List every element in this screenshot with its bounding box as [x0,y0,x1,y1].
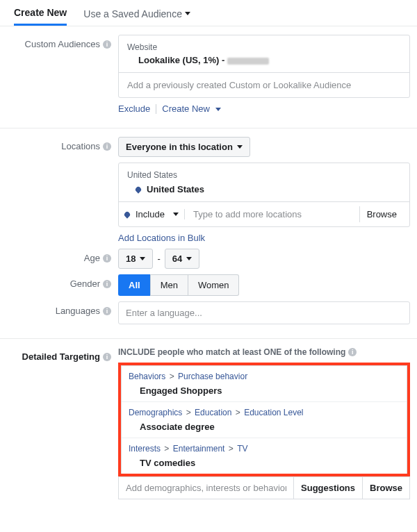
add-audience-input[interactable]: Add a previously created Custom or Looka… [119,73,409,97]
targeting-item[interactable]: TV comedies [129,458,400,468]
age-max-value: 64 [172,253,182,264]
info-icon[interactable]: i [103,353,111,361]
location-country-item[interactable]: United States [147,184,204,194]
include-toggle[interactable]: Include [124,209,185,219]
create-new-link[interactable]: Create New [162,103,220,114]
lookalike-audience[interactable]: Lookalike (US, 1%) - [138,55,224,65]
caret-down-icon [215,108,221,111]
targeting-breadcrumb[interactable]: Interests > Entertainment > TV [129,444,400,454]
detailed-targeting-label: Detailed Targeting [22,351,100,362]
gender-label: Gender [70,279,100,289]
location-scope-label: Everyone in this location [126,142,233,152]
exclude-link[interactable]: Exclude [118,103,150,114]
create-new-label: Create New [162,103,210,114]
caret-down-icon [237,145,243,149]
caret-down-icon [185,12,190,15]
browse-targeting-button[interactable]: Browse [362,477,409,499]
redacted-text [227,58,269,65]
age-min-value: 18 [126,253,136,264]
gender-all-button[interactable]: All [118,274,150,296]
pin-icon [134,185,142,193]
info-icon[interactable]: i [103,142,111,151]
tab-saved-label: Use a Saved Audience [83,8,182,19]
info-icon[interactable]: i [103,307,111,315]
targeting-breadcrumb[interactable]: Demographics > Education > Education Lev… [129,408,400,417]
languages-label: Languages [56,306,100,316]
add-locations-bulk-link[interactable]: Add Locations in Bulk [118,233,205,243]
detailed-targeting-input[interactable] [119,477,293,499]
targeting-item[interactable]: Engaged Shoppers [129,385,400,396]
include-label: Include [136,209,165,219]
caret-down-icon [140,257,145,260]
gender-women-button[interactable]: Women [188,274,240,296]
languages-input[interactable] [118,301,410,324]
highlight-box: Behaviors > Purchase behaviorEngaged Sho… [118,363,410,476]
age-max-select[interactable]: 64 [165,249,199,269]
info-icon[interactable]: i [103,280,111,288]
age-label: Age [84,253,100,263]
info-icon[interactable]: i [348,348,357,356]
tab-create-new[interactable]: Create New [14,0,67,26]
website-label: Website [127,42,401,52]
info-icon[interactable]: i [103,40,111,49]
location-scope-select[interactable]: Everyone in this location [118,137,250,157]
age-min-select[interactable]: 18 [118,249,153,269]
include-heading: INCLUDE people who match at least ONE of… [118,347,345,357]
location-country-header: United States [127,170,401,180]
info-icon[interactable]: i [103,254,111,263]
suggestions-button[interactable]: Suggestions [293,477,362,499]
custom-audiences-label: Custom Audiences [25,39,100,49]
targeting-item[interactable]: Associate degree [129,422,400,432]
tab-saved-audience[interactable]: Use a Saved Audience [83,1,190,25]
location-input[interactable] [190,206,354,222]
caret-down-icon [186,257,192,260]
caret-down-icon [173,213,179,216]
gender-men-button[interactable]: Men [150,274,188,296]
pin-icon [123,210,131,218]
targeting-breadcrumb[interactable]: Behaviors > Purchase behavior [129,372,400,381]
age-separator: - [157,253,160,264]
locations-label: Locations [61,141,100,151]
divider [156,104,156,114]
browse-locations-button[interactable]: Browse [359,206,404,222]
